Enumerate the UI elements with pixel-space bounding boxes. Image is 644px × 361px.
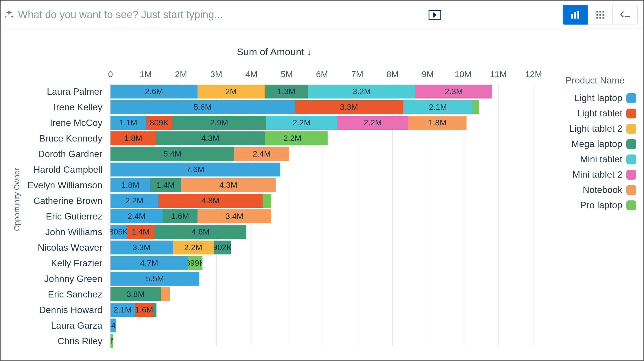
stacked-bar[interactable]: 2.1M1.6M: [110, 303, 250, 317]
search-input[interactable]: [18, 9, 443, 21]
stacked-bar[interactable]: 2.2M4.8M: [110, 194, 371, 208]
bar-segment[interactable]: 1.8M: [110, 131, 156, 145]
x-tick: 0: [108, 69, 113, 79]
stacked-bar[interactable]: 805K1.4M4.6M: [110, 225, 350, 239]
bar-segment[interactable]: 4.6M: [154, 225, 246, 239]
bar-segment[interactable]: 2.9M: [172, 116, 266, 130]
stacked-bar[interactable]: 5.5M: [110, 272, 305, 286]
row-label: Eric Gutierrez: [46, 211, 102, 222]
bar-segment[interactable]: 2.2M: [337, 116, 408, 130]
bar-segment[interactable]: 4.3M: [181, 178, 276, 192]
bar-segment[interactable]: 2.2M: [173, 241, 214, 254]
bar-row: Harold Campbell7.6M: [110, 162, 534, 177]
bar-segment[interactable]: 3.4M: [198, 209, 272, 223]
stacked-bar[interactable]: 2.6M2M1.3M3.2M2.3M: [110, 85, 512, 98]
bar-rows: Laura Palmer2.6M2M1.3M3.2M2.3MIrene Kell…: [110, 84, 534, 346]
row-label: Doroth Gardner: [38, 149, 102, 159]
legend-item[interactable]: Light laptop: [549, 93, 636, 103]
bar-segment[interactable]: 7.6M: [110, 163, 280, 176]
bar-segment[interactable]: 1.6M: [135, 303, 153, 317]
svg-rect-5: [602, 11, 604, 13]
bar-segment[interactable]: 809K: [146, 116, 172, 130]
legend-label: Light tablet: [577, 108, 622, 119]
stacked-bar[interactable]: 1M: [110, 334, 146, 348]
bar-segment[interactable]: 2.2M: [266, 116, 337, 130]
bar-segment[interactable]: 2.2M: [265, 131, 320, 145]
bar-segment[interactable]: 2.2M: [110, 194, 158, 208]
bar-segment[interactable]: 2M: [198, 85, 265, 98]
bar-segment[interactable]: 805K: [110, 225, 127, 239]
bar-segment[interactable]: 899K: [188, 256, 202, 270]
bar-segment[interactable]: 902K: [214, 241, 231, 254]
view-chart-button[interactable]: [563, 5, 588, 25]
legend-label: Light tablet 2: [569, 123, 622, 134]
legend-item[interactable]: Pro laptop: [549, 200, 636, 211]
gridline: [534, 84, 534, 346]
bar-segment[interactable]: 1.4M: [127, 225, 155, 239]
stacked-bar[interactable]: 4.7M899K: [110, 256, 308, 270]
legend-item[interactable]: Mini tablet 2: [549, 169, 636, 180]
bar-segment[interactable]: 4.3M: [156, 131, 265, 145]
bar-segment[interactable]: 1.4M: [110, 319, 116, 332]
view-table-button[interactable]: [588, 5, 612, 25]
bar-segment[interactable]: 3.3M: [110, 241, 173, 254]
bar-segment[interactable]: [161, 287, 170, 301]
bar-segment[interactable]: 2.1M: [110, 303, 135, 317]
legend-label: Mini tablet: [580, 154, 622, 165]
svg-rect-2: [577, 11, 579, 19]
bar-segment[interactable]: 1.8M: [110, 178, 150, 192]
legend-item[interactable]: Light tablet: [549, 108, 636, 119]
stacked-bar[interactable]: 1.1M809K2.9M2.2M2.2M1.8M: [110, 116, 499, 130]
play-button[interactable]: [429, 10, 441, 20]
stacked-bar[interactable]: 3.3M2.2M902K: [110, 241, 336, 254]
stacked-bar[interactable]: 1.8M1.4M4.3M: [110, 178, 375, 192]
stacked-bar[interactable]: 3.8M: [110, 287, 269, 301]
stacked-bar[interactable]: 5.6M3.3M2.1M: [110, 100, 505, 114]
stacked-bar[interactable]: 5.4M2.4M: [110, 147, 385, 161]
bar-segment[interactable]: 2.4M: [234, 147, 289, 161]
legend-item[interactable]: Mega laptop: [549, 139, 636, 149]
bar-segment[interactable]: 2.1M: [403, 100, 473, 114]
x-tick: 11M: [490, 69, 507, 79]
view-code-button[interactable]: [612, 5, 637, 25]
bar-segment[interactable]: 3.3M: [295, 100, 403, 114]
row-label: Chris Riley: [58, 336, 102, 347]
stacked-bar[interactable]: 7.6M: [110, 163, 379, 176]
legend-item[interactable]: Mini tablet: [549, 154, 636, 165]
bar-segment[interactable]: [473, 100, 479, 114]
bar-segment[interactable]: [153, 303, 156, 317]
bar-segment[interactable]: 1.3M: [265, 85, 308, 98]
bar-segment[interactable]: 3.8M: [110, 287, 161, 301]
legend-swatch: [626, 124, 636, 134]
bar-row: Laura Garza1.4M: [110, 318, 534, 333]
legend-label: Light laptop: [575, 93, 622, 103]
bar-segment[interactable]: 1.6M: [163, 209, 197, 223]
bar-segment[interactable]: 2.6M: [110, 85, 198, 98]
bar-segment[interactable]: 2.3M: [415, 85, 492, 98]
bar-segment[interactable]: 5.6M: [110, 100, 295, 114]
bar-segment[interactable]: 4.8M: [158, 194, 263, 208]
row-label: Irene McCoy: [50, 118, 102, 128]
x-tick: 9M: [422, 69, 434, 79]
bar-segment[interactable]: 1.1M: [110, 116, 146, 130]
legend-item[interactable]: Notebook: [549, 185, 636, 195]
x-tick: 1M: [140, 69, 152, 79]
bar-segment[interactable]: 1.8M: [408, 116, 466, 130]
bar-segment[interactable]: [320, 131, 328, 145]
bar-row: Catherine Brown2.2M4.8M: [110, 193, 534, 209]
bar-segment[interactable]: 1.4M: [150, 178, 181, 192]
row-label: Laura Garza: [51, 320, 102, 331]
bar-segment[interactable]: [263, 194, 271, 208]
bar-segment[interactable]: 1M: [110, 334, 113, 348]
bar-segment[interactable]: 5.5M: [110, 272, 199, 286]
bar-segment[interactable]: 5.4M: [110, 147, 234, 161]
bar-segment[interactable]: 2.4M: [110, 209, 163, 223]
legend: Product Name Light laptopLight tabletLig…: [549, 75, 636, 215]
bar-segment[interactable]: 3.2M: [308, 85, 415, 98]
stacked-bar[interactable]: 1.4M: [110, 319, 160, 332]
legend-item[interactable]: Light tablet 2: [549, 123, 636, 134]
bar-segment[interactable]: 4.7M: [110, 256, 188, 270]
bar-row: Nicolas Weaver3.3M2.2M902K: [110, 240, 534, 255]
stacked-bar[interactable]: 2.4M1.6M3.4M: [110, 209, 371, 223]
stacked-bar[interactable]: 1.8M4.3M2.2M: [110, 131, 414, 145]
